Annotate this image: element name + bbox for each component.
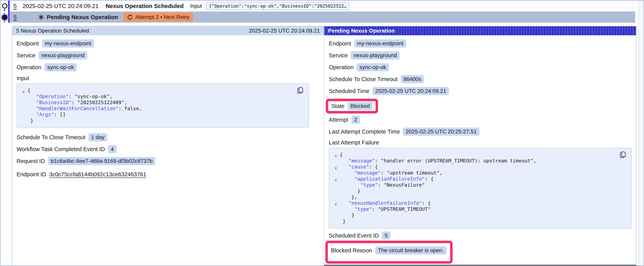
event-input-label: Input — [190, 3, 202, 9]
event-row-nexus-operation-scheduled[interactable]: 5 2025-02-25 UTC 20:24:09.21 Nexus Opera… — [10, 1, 635, 12]
code-line: "type": "UPSTREAM_TIMEOUT" — [332, 206, 628, 212]
field-value-badge: 2 — [352, 116, 360, 124]
state-label: State — [331, 103, 344, 109]
field-row: Schedule To Close Timeout1 day — [16, 133, 309, 142]
scrollbar-track[interactable] — [638, 1, 643, 265]
field-value-link[interactable]: 3c0c75ccfa8144b092c13ce632463761 — [49, 171, 146, 178]
field-label: Operation — [16, 64, 41, 71]
code-line: } — [332, 212, 628, 218]
scheduled-event-id-label: Scheduled Event ID — [329, 232, 379, 239]
pending-panel-header: Pending Nexus Operation — [324, 26, 636, 35]
code-line: ∨{ — [20, 87, 305, 93]
code-line: "BusinessID": "20250225122409", — [20, 99, 305, 106]
field-label: Service — [329, 52, 348, 59]
pending-asterisk-icon — [38, 14, 44, 20]
code-line: "HandlerWaitForCancellation": false, — [20, 106, 305, 112]
failure-json-viewer: ∨{"message": "handler error (UPSTREAM_TI… — [329, 148, 632, 228]
event-details-container: 5 Nexus Operation Scheduled 2025-02-25 U… — [12, 26, 636, 266]
collapse-chevron-icon[interactable]: ∨ — [20, 89, 28, 95]
blocked-reason-row: Blocked Reason The circuit breaker is op… — [329, 241, 632, 264]
copy-icon[interactable] — [619, 151, 626, 158]
field-label: Scheduled Time — [329, 88, 369, 94]
scheduled-event-panel: 5 Nexus Operation Scheduled 2025-02-25 U… — [12, 26, 324, 266]
field-label: Endpoint ID — [16, 171, 46, 178]
state-field-row: State Blocked — [329, 99, 632, 114]
field-label: Endpoint — [16, 40, 39, 47]
event-id-link[interactable]: 5 — [14, 3, 17, 9]
code-gutter — [20, 107, 28, 113]
timeline-filled-circle-icon — [2, 15, 8, 20]
field-label: Service — [16, 52, 36, 59]
copy-icon[interactable] — [297, 87, 304, 94]
code-gutter — [20, 95, 28, 101]
code-gutter — [332, 219, 340, 225]
collapse-chevron-icon[interactable]: ∨ — [332, 153, 340, 159]
field-row: Servicenexus-playground — [16, 51, 309, 60]
code-line: }, — [332, 194, 628, 200]
blocked-reason-label: Blocked Reason — [331, 247, 372, 254]
collapse-chevron-icon[interactable]: ∨ — [332, 201, 340, 207]
field-value-badge: 4 — [108, 145, 116, 153]
collapse-chevron-icon[interactable]: ∨ — [332, 177, 340, 183]
code-line: "Operation": "sync-op-ok", — [20, 93, 305, 99]
field-label: Attempt — [329, 117, 348, 123]
event-timestamp: 2025-02-25 UTC 20:24:09.21 — [22, 3, 99, 9]
code-line: ∨"cause": { — [332, 164, 628, 170]
details-bottom-border — [324, 265, 636, 265]
field-row: Attempt2 — [329, 115, 632, 124]
field-label: Schedule To Close Timeout — [16, 134, 85, 141]
state-highlight-annotation: State Blocked — [326, 99, 378, 114]
selected-event-accent-bar — [8, 1, 10, 23]
code-line: } — [332, 188, 628, 194]
code-gutter — [332, 207, 340, 213]
field-row: Schedule To Close Timeout86400s — [329, 75, 632, 84]
input-section-label: Input — [16, 75, 309, 82]
pending-event-id-link[interactable]: 5 — [14, 14, 17, 21]
field-row: Operationsync-op-ok — [16, 63, 309, 72]
code-gutter — [332, 189, 340, 195]
code-gutter — [20, 101, 28, 107]
timeline-open-circle-icon — [2, 3, 8, 9]
scheduled-panel-title: 5 Nexus Operation Scheduled — [16, 28, 89, 34]
field-label: Workflow Task Completed Event ID — [16, 146, 105, 152]
code-line: "Args": [] — [20, 112, 305, 118]
field-row: Endpoint ID3c0c75ccfa8144b092c13ce632463… — [16, 170, 309, 179]
code-gutter — [332, 195, 340, 201]
code-gutter — [332, 171, 340, 177]
field-value-badge: my-nexus-endpoint — [354, 39, 406, 48]
field-value-badge: 1 day — [88, 133, 108, 141]
field-label: Endpoint — [329, 40, 351, 47]
pending-operation-panel: Pending Nexus Operation Endpointmy-nexus… — [324, 26, 636, 266]
field-value-badge: sync-op-ok — [44, 63, 76, 71]
retry-icon — [127, 14, 133, 20]
field-label: Last Attempt Complete Time — [329, 129, 400, 135]
last-attempt-failure-label: Last Attempt Failure — [329, 139, 632, 146]
field-value-badge: my-nexus-endpoint — [42, 39, 94, 48]
field-value-badge: sync-op-ok — [357, 63, 389, 71]
field-row: Scheduled Time2025-02-25 UTC 20:24:09.21 — [329, 87, 632, 95]
blocked-reason-value-badge: The circuit breaker is open. — [375, 246, 446, 254]
code-line: ∨{ — [332, 152, 628, 158]
collapse-chevron-icon[interactable]: ∨ — [332, 165, 340, 171]
field-row: Servicenexus-playground — [329, 51, 632, 60]
code-gutter — [20, 113, 28, 119]
field-row: Last Attempt Complete Time2025-02-25 UTC… — [329, 127, 632, 136]
code-line: "message": "handler error (UPSTREAM_TIME… — [332, 158, 628, 164]
event-history-page: 5 2025-02-25 UTC 20:24:09.21 Nexus Opera… — [0, 0, 644, 266]
field-value-badge: 86400s — [401, 75, 424, 83]
event-title: Nexus Operation Scheduled — [106, 3, 184, 9]
event-row-pending-nexus-operation[interactable]: 5 Pending Nexus Operation Attempt 2 • Ne… — [10, 12, 635, 23]
pending-panel-title: Pending Nexus Operation — [328, 28, 395, 34]
scheduled-panel-timestamp: 2025-02-25 UTC 20:24:09.21 — [249, 28, 320, 34]
state-value-badge: Blocked — [348, 102, 373, 110]
code-line: "message": "upstream timeout", — [332, 170, 628, 176]
field-value-badge: b1c6a4bc-8ee7-468a-9169-df3b02c8737b — [48, 157, 155, 165]
scheduled-event-panel-header: 5 Nexus Operation Scheduled 2025-02-25 U… — [12, 26, 324, 35]
code-gutter — [332, 183, 340, 189]
code-line: ∨"nexusHandlerFailureInfo": { — [332, 200, 628, 206]
field-row: Operationsync-op-ok — [329, 63, 632, 72]
scheduled-event-id-row: Scheduled Event ID 5 — [329, 231, 632, 240]
field-value-badge: 2025-02-25 UTC 20:25:27.51 — [403, 128, 479, 136]
scheduled-event-id-badge: 5 — [382, 231, 390, 240]
field-row: Endpointmy-nexus-endpoint — [16, 39, 309, 48]
